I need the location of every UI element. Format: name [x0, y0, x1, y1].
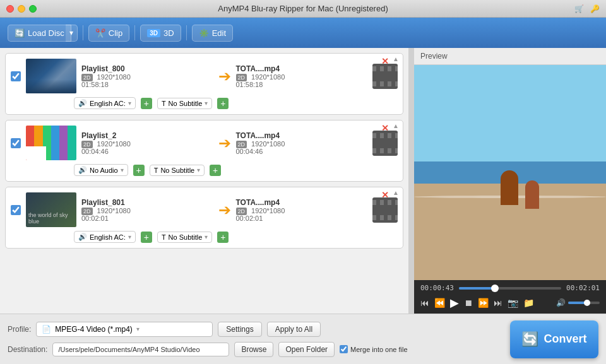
audio-select-1[interactable]: 🔊 English AC: ▾	[74, 97, 136, 109]
profile-dropdown-arrow: ▾	[136, 326, 140, 332]
item-up-button-3[interactable]: ▲	[393, 190, 399, 196]
folder-button[interactable]: 📁	[523, 298, 534, 308]
add-subtitle-button-3[interactable]: +	[217, 232, 229, 243]
film-settings-icon-2[interactable]	[372, 131, 398, 156]
edit-icon: ✳️	[199, 28, 209, 38]
item-info-2: Playlist_2 2D 1920*1080 00:04:46	[81, 131, 213, 155]
main-content: ✕ ▲ ▼ Playlist_800 2D 1920*1080 01:58:18…	[0, 48, 606, 314]
bottom-bar: Profile: 📄 MPEG-4 Video (*.mp4) ▾ Settin…	[0, 314, 606, 364]
subtitle-icon-3: T	[162, 233, 166, 241]
item-row-2: Playlist_2 2D 1920*1080 00:04:46 ➔ TOTA.…	[11, 126, 398, 160]
output-name-2: TOTA....mp4	[236, 131, 368, 140]
film-settings-icon-1[interactable]	[372, 64, 398, 89]
preview-controls: 00:00:43 00:02:01 ⏮ ⏪ ▶ ⏹ ⏩ ⏭ 📷 📁 🔊	[414, 280, 606, 314]
item-checkbox-2[interactable]	[11, 138, 21, 148]
audio-dropdown-arrow-2: ▾	[121, 167, 124, 173]
item-thumbnail-3: the world of sky blue	[26, 192, 76, 227]
step-back-button[interactable]: ⏪	[434, 298, 445, 308]
load-disc-dropdown-button[interactable]: ▾	[66, 25, 78, 42]
output-resolution-1: 1920*1080	[251, 73, 285, 81]
stop-button[interactable]: ⏹	[464, 298, 473, 308]
film-settings-icon-3[interactable]	[372, 197, 398, 223]
snapshot-button[interactable]: 📷	[508, 298, 518, 308]
item-up-button-1[interactable]: ▲	[393, 56, 399, 62]
preview-video	[414, 65, 606, 280]
merge-checkbox[interactable]	[340, 345, 348, 353]
close-window-button[interactable]	[6, 5, 14, 13]
item-res-1: 2D 1920*1080	[81, 73, 213, 81]
item-controls-1: 🔊 English AC: ▾ + T No Subtitle ▾ +	[11, 97, 398, 109]
seek-handle	[491, 285, 499, 292]
arrow-icon-1: ➔	[218, 68, 231, 85]
3d-button[interactable]: 3D 3D	[140, 25, 181, 42]
subtitle-select-3[interactable]: T No Subtitle ▾	[157, 232, 213, 243]
play-button[interactable]: ▶	[450, 296, 459, 310]
audio-icon-1: 🔊	[78, 99, 87, 107]
subtitle-select-2[interactable]: T No Subtitle ▾	[150, 165, 205, 176]
item-res-2: 2D 1920*1080	[81, 140, 213, 148]
cart-icon[interactable]: 🛒	[574, 4, 584, 13]
destination-row: Destination: Browse Open Folder Merge in…	[8, 342, 504, 357]
item-checkbox-3[interactable]	[11, 205, 21, 215]
toolbar: 🔄 Load Disc ▾ ✂️ Clip 3D 3D ✳️ Edit	[0, 18, 606, 48]
destination-input[interactable]	[52, 343, 229, 356]
playlist-panel: ✕ ▲ ▼ Playlist_800 2D 1920*1080 01:58:18…	[0, 48, 408, 314]
add-audio-button-3[interactable]: +	[141, 232, 152, 243]
apply-all-button[interactable]: Apply to All	[267, 322, 321, 337]
open-folder-button[interactable]: Open Folder	[278, 342, 335, 357]
edit-label: Edit	[212, 28, 226, 38]
title-bar-actions: 🛒 🔑	[574, 4, 600, 13]
beach-figure-2	[525, 180, 539, 209]
load-disc-button[interactable]: 🔄 Load Disc	[8, 25, 71, 42]
volume-bar[interactable]	[568, 302, 600, 304]
subtitle-select-1[interactable]: T No Subtitle ▾	[157, 98, 213, 109]
settings-button[interactable]: Settings	[218, 322, 261, 337]
preview-header: Preview	[414, 48, 606, 65]
item-up-button-2[interactable]: ▲	[393, 123, 399, 129]
add-subtitle-button-2[interactable]: +	[210, 165, 221, 176]
audio-select-2[interactable]: 🔊 No Audio ▾	[74, 164, 128, 176]
output-info-3: TOTA....mp4 2D 1920*1080 00:02:01	[236, 198, 368, 222]
output-duration-1: 01:58:18	[236, 81, 368, 88]
toolbar-divider-3	[186, 25, 187, 40]
maximize-window-button[interactable]	[29, 5, 37, 13]
profile-select[interactable]: 📄 MPEG-4 Video (*.mp4) ▾	[36, 322, 213, 337]
skip-to-end-button[interactable]: ⏭	[494, 298, 502, 308]
add-audio-button-2[interactable]: +	[133, 165, 145, 176]
audio-value-3: English AC:	[90, 233, 126, 241]
subtitle-value-1: No Subtitle	[169, 100, 203, 107]
add-subtitle-button-1[interactable]: +	[217, 98, 229, 109]
browse-button[interactable]: Browse	[234, 342, 273, 357]
panel-resizer[interactable]	[408, 48, 413, 314]
add-audio-button-1[interactable]: +	[141, 98, 152, 109]
seek-bar[interactable]	[459, 287, 561, 290]
subtitle-icon-2: T	[154, 167, 158, 174]
seek-fill	[459, 287, 495, 290]
app-title: AnyMP4 Blu-ray Ripper for Mac (Unregiste…	[218, 4, 388, 13]
step-forward-button[interactable]: ⏩	[478, 298, 489, 308]
output-res-3: 2D 1920*1080	[236, 207, 368, 214]
item-info-1: Playlist_800 2D 1920*1080 01:58:18	[81, 64, 213, 88]
playlist-item-2: ✕ ▲ ▼ Playlist_2 2D 1920*1080 00:04:46 ➔	[5, 120, 403, 182]
output-badge-2: 2D	[236, 141, 247, 148]
edit-button[interactable]: ✳️ Edit	[192, 25, 233, 42]
bottom-left: Profile: 📄 MPEG-4 Video (*.mp4) ▾ Settin…	[8, 322, 504, 357]
scissors-icon: ✂️	[95, 28, 105, 38]
subtitle-value-3: No Subtitle	[169, 233, 203, 241]
skip-to-start-button[interactable]: ⏮	[420, 298, 429, 308]
convert-button[interactable]: 🔄 Convert	[510, 320, 598, 358]
minimize-window-button[interactable]	[18, 5, 25, 13]
audio-select-3[interactable]: 🔊 English AC: ▾	[74, 231, 136, 243]
item-checkbox-1[interactable]	[11, 71, 21, 81]
input-badge-1: 2D	[81, 74, 93, 81]
item-row-3: the world of sky blue Playlist_801 2D 19…	[11, 192, 398, 227]
clip-button[interactable]: ✂️ Clip	[88, 25, 129, 42]
output-info-1: TOTA....mp4 2D 1920*1080 01:58:18	[236, 64, 368, 88]
preview-label: Preview	[420, 52, 448, 61]
audio-value-2: No Audio	[90, 167, 118, 174]
load-disc-group: 🔄 Load Disc ▾	[8, 25, 78, 42]
user-icon[interactable]: 🔑	[590, 4, 600, 13]
clip-label: Clip	[109, 28, 122, 38]
merge-label: Merge into one file	[350, 346, 408, 353]
item-name-2: Playlist_2	[81, 131, 213, 140]
